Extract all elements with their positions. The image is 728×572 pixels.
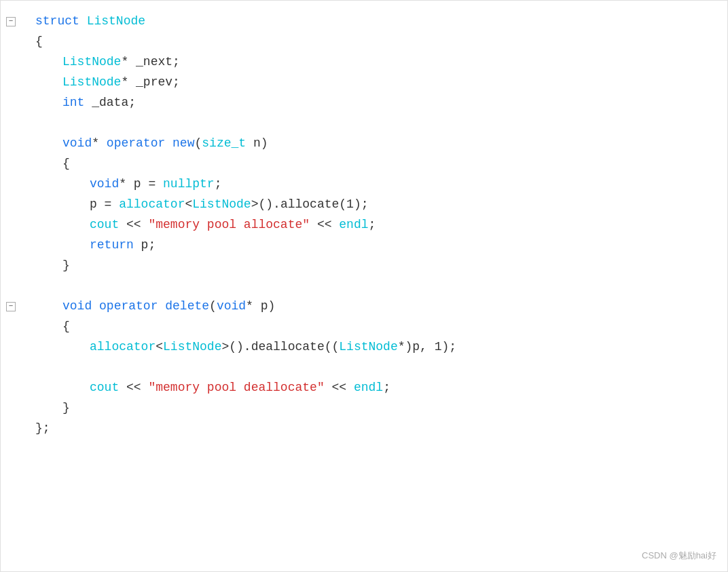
line-content-4: ListNode* _prev; (24, 73, 727, 92)
fold-gutter-2 (1, 32, 21, 52)
code-line-9: void* p = nullptr; (1, 174, 727, 195)
code-line-7: void* operator new(size_t n) (1, 134, 727, 154)
fold-gutter-11 (1, 215, 21, 235)
fold-gutter-1[interactable]: − (1, 12, 21, 32)
code-line-10: p = allocator<ListNode>().allocate(1); (1, 195, 727, 215)
code-line-12: return p; (1, 235, 727, 256)
line-content-20: } (24, 398, 727, 418)
line-content-12: return p; (24, 235, 727, 255)
fold-gutter-21 (1, 419, 21, 439)
line-content-5: int _data; (24, 93, 727, 113)
line-content-19: cout << "memory pool deallocate" << endl… (24, 378, 727, 398)
code-line-5: int _data; (1, 93, 727, 113)
line-content-21: }; (24, 419, 727, 438)
fold-gutter-19 (1, 378, 21, 398)
watermark: CSDN @魅励hai好 (642, 549, 716, 563)
line-content-17: allocator<ListNode>().deallocate((ListNo… (24, 337, 727, 357)
fold-gutter-7 (1, 134, 21, 154)
code-line-20: } (1, 398, 727, 419)
fold-icon-1[interactable]: − (6, 17, 16, 26)
fold-gutter-12 (1, 235, 21, 256)
fold-gutter-16 (1, 317, 21, 337)
line-content-15: void operator delete(void* p) (24, 297, 727, 316)
line-content-18 (24, 358, 727, 377)
code-line-8: { (1, 154, 727, 174)
fold-gutter-8 (1, 154, 21, 174)
fold-gutter-5 (1, 93, 21, 113)
line-content-2: { (24, 32, 727, 52)
code-line-18 (1, 358, 727, 378)
code-line-16: { (1, 317, 727, 337)
code-line-1: − struct ListNode (1, 12, 727, 32)
fold-gutter-15[interactable]: − (1, 297, 21, 317)
line-content-9: void* p = nullptr; (24, 174, 727, 194)
line-content-10: p = allocator<ListNode>().allocate(1); (24, 195, 727, 214)
line-content-14 (24, 276, 727, 296)
fold-gutter-4 (1, 73, 21, 93)
fold-gutter-10 (1, 195, 21, 215)
code-line-14 (1, 276, 727, 297)
line-content-7: void* operator new(size_t n) (24, 134, 727, 153)
code-line-15: − void operator delete(void* p) (1, 297, 727, 317)
code-line-2: { (1, 32, 727, 52)
line-content-6 (24, 113, 727, 133)
fold-gutter-3 (1, 52, 21, 73)
line-content-16: { (24, 317, 727, 337)
code-line-21: }; (1, 419, 727, 439)
code-line-17: allocator<ListNode>().deallocate((ListNo… (1, 337, 727, 358)
fold-gutter-14 (1, 276, 21, 297)
code-editor: − struct ListNode { ListNode* _next; Lis… (0, 0, 728, 572)
fold-gutter-9 (1, 174, 21, 195)
code-line-11: cout << "memory pool allocate" << endl; (1, 215, 727, 235)
fold-gutter-6 (1, 113, 21, 134)
code-line-4: ListNode* _prev; (1, 73, 727, 93)
line-content-3: ListNode* _next; (24, 52, 727, 72)
code-line-13: } (1, 256, 727, 276)
code-line-19: cout << "memory pool deallocate" << endl… (1, 378, 727, 398)
code-line-6 (1, 113, 727, 134)
fold-gutter-20 (1, 398, 21, 419)
line-content-13: } (24, 256, 727, 275)
fold-gutter-17 (1, 337, 21, 358)
fold-gutter-18 (1, 358, 21, 378)
line-content-8: { (24, 154, 727, 174)
fold-gutter-13 (1, 256, 21, 276)
code-line-3: ListNode* _next; (1, 52, 727, 73)
line-content-1: struct ListNode (24, 12, 727, 31)
line-content-11: cout << "memory pool allocate" << endl; (24, 215, 727, 235)
fold-icon-15[interactable]: − (6, 302, 16, 311)
